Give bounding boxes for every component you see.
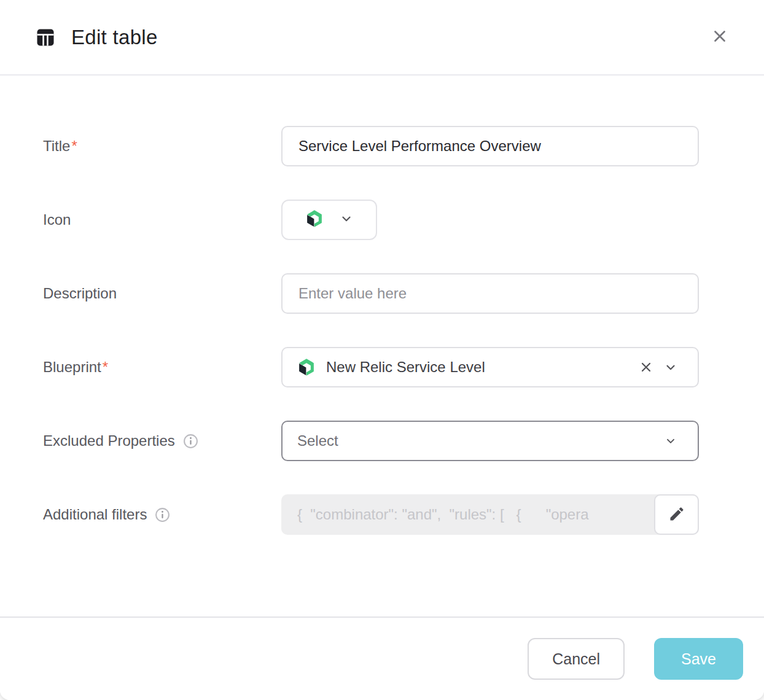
- blueprint-value: New Relic Service Level: [326, 359, 485, 376]
- additional-filters-input: [281, 494, 699, 535]
- required-asterisk: *: [103, 359, 108, 376]
- close-button[interactable]: [705, 23, 735, 52]
- required-asterisk: *: [71, 138, 77, 155]
- form-row-excluded-properties: Excluded Properties Select: [0, 421, 764, 461]
- chevron-down-icon: [658, 429, 683, 453]
- edit-filters-button[interactable]: [654, 494, 699, 535]
- modal-footer: Cancel Save: [0, 616, 764, 700]
- close-icon: [711, 27, 729, 47]
- new-relic-logo-icon: [297, 358, 316, 376]
- pencil-icon: [668, 505, 685, 524]
- title-input[interactable]: [281, 126, 699, 166]
- form-row-description: Description: [0, 273, 764, 314]
- modal-header: Edit table: [0, 0, 764, 76]
- clear-x-icon[interactable]: [634, 355, 658, 379]
- info-icon[interactable]: [183, 434, 198, 449]
- save-button[interactable]: Save: [654, 638, 743, 680]
- modal-title: Edit table: [71, 26, 705, 49]
- table-icon: [34, 26, 57, 49]
- title-label: Title*: [43, 138, 281, 155]
- form-row-additional-filters: Additional filters: [0, 494, 764, 535]
- new-relic-logo-icon: [305, 209, 324, 230]
- excluded-properties-label: Excluded Properties: [43, 432, 281, 449]
- info-icon[interactable]: [155, 507, 170, 523]
- edit-table-modal: Edit table Title* Icon: [0, 0, 764, 700]
- chevron-down-icon: [340, 212, 353, 228]
- icon-label: Icon: [43, 211, 281, 228]
- description-input[interactable]: [281, 273, 699, 314]
- modal-body: Title* Icon: [0, 76, 764, 535]
- form-row-title: Title*: [0, 126, 764, 166]
- form-row-blueprint: Blueprint* New Relic Service Level: [0, 347, 764, 387]
- description-label: Description: [43, 285, 281, 302]
- excluded-properties-placeholder: Select: [297, 432, 338, 449]
- blueprint-label: Blueprint*: [43, 359, 281, 376]
- blueprint-select[interactable]: New Relic Service Level: [281, 347, 699, 387]
- form-row-icon: Icon: [0, 200, 764, 240]
- chevron-down-icon[interactable]: [658, 355, 683, 379]
- additional-filters-label: Additional filters: [43, 506, 281, 523]
- cancel-button[interactable]: Cancel: [528, 638, 625, 680]
- icon-dropdown[interactable]: [281, 200, 377, 240]
- excluded-properties-select[interactable]: Select: [281, 421, 699, 461]
